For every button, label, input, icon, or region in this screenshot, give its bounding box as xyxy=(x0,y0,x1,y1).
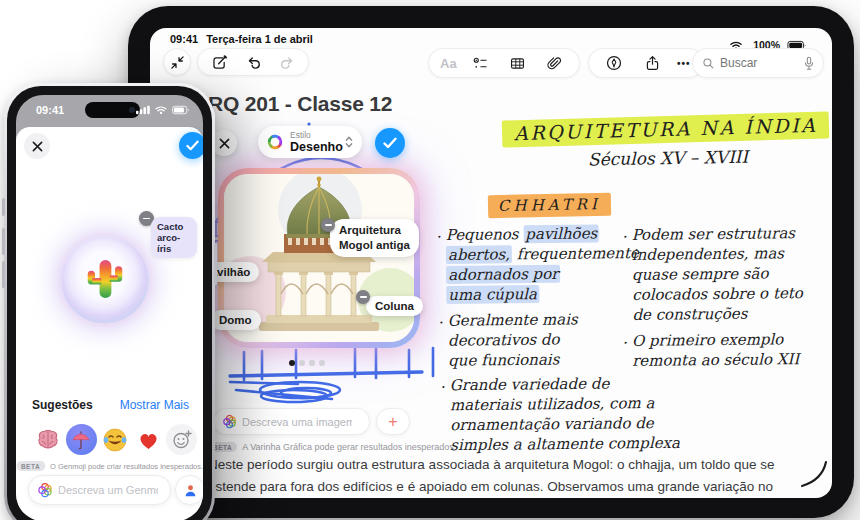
laughing-emoji[interactable] xyxy=(99,424,130,455)
handwritten-bullet-5: · O primeiro exemplo remonta ao século X… xyxy=(632,329,800,371)
person-genmoji-button[interactable] xyxy=(175,475,203,505)
genmoji-rainbow-icon xyxy=(37,482,53,498)
volume-down-button xyxy=(2,261,5,288)
suggestions-header: Sugestões Mostrar Mais xyxy=(32,398,189,412)
show-more-link[interactable]: Mostrar Mais xyxy=(120,398,189,412)
typed-line-2: estende para fora dos edifícios e é apoi… xyxy=(208,479,773,494)
typed-line-1: Neste período surgiu outra estrutura ass… xyxy=(208,457,775,472)
chevron-up-down-icon xyxy=(344,135,354,149)
create-emoji-button[interactable] xyxy=(166,424,197,455)
dynamic-island xyxy=(85,102,140,118)
genmoji-input-row xyxy=(28,475,203,505)
marketing-canvas: 09:41Terça-feira 1 de abril 100% Aa xyxy=(0,0,860,520)
style-picker-value: Desenho xyxy=(290,141,344,154)
iphone-status-icons xyxy=(136,105,191,115)
volume-up-button xyxy=(2,228,5,255)
close-icon xyxy=(32,141,43,152)
genmoji-tag-line2: arco-íris xyxy=(157,232,180,254)
beta-disclaimer: O Genmoji pode criar resultados inespera… xyxy=(50,462,203,471)
tag-architecture[interactable]: Arquitetura Mogol antiga xyxy=(330,219,419,257)
add-emoji-icon xyxy=(171,429,193,451)
remove-tag-architecture-button[interactable] xyxy=(321,218,335,232)
wifi-icon xyxy=(154,105,168,115)
genmoji-description-tag[interactable]: Cacto arco-íris xyxy=(151,217,197,258)
iphone-beta-row: BETA O Genmoji pode criar resultados ine… xyxy=(16,461,203,471)
umbrella-genmoji[interactable] xyxy=(66,424,97,455)
handwritten-bullet-4: · Podem ser estruturas independentes, ma… xyxy=(631,223,803,325)
handwritten-bullet-2: · Geralmente mais decorativos do que fun… xyxy=(448,309,578,370)
accept-image-button[interactable] xyxy=(375,128,405,158)
signal-icon xyxy=(136,105,151,115)
iphone-screen: 09:41 xyxy=(16,95,203,520)
typed-paragraph: Neste período surgiu outra estrutura ass… xyxy=(208,454,783,497)
power-button xyxy=(214,243,217,285)
handwritten-bullet-1: · Pequenos pavilhões abertos, frequentem… xyxy=(446,223,640,305)
image-wand-input[interactable] xyxy=(242,416,352,428)
genmoji-tag-line1: Cacto xyxy=(157,221,183,232)
genmoji-input[interactable] xyxy=(58,484,158,496)
battery-icon xyxy=(171,105,191,115)
emoji-suggestions-row xyxy=(32,424,197,455)
pager-dot-active[interactable] xyxy=(289,360,295,366)
remove-tag-column-button[interactable] xyxy=(356,290,370,304)
image-variant-pager[interactable] xyxy=(289,360,325,366)
add-image-button[interactable]: + xyxy=(376,408,410,435)
handwritten-bullet-3: · Grande variedade de materiais utilizad… xyxy=(450,373,680,455)
iphone-bezel: 09:41 xyxy=(7,86,212,520)
page-curl-mark xyxy=(798,458,830,490)
person-icon xyxy=(183,483,198,498)
tag-architecture-line2: Mogol antiga xyxy=(339,239,410,251)
iphone-time: 09:41 xyxy=(36,104,64,116)
image-wand-row: + xyxy=(213,408,410,435)
ipad-device: 09:41Terça-feira 1 de abril 100% Aa xyxy=(128,6,854,518)
brain-emoji[interactable] xyxy=(32,424,63,455)
style-rainbow-icon xyxy=(266,133,284,151)
suggestions-title: Sugestões xyxy=(32,398,93,412)
beta-disclaimer: A Varinha Gráfica pode gerar resultados … xyxy=(242,442,456,452)
handwritten-section-title: CHHATRI xyxy=(488,195,611,216)
dismiss-genmoji-button[interactable] xyxy=(24,133,50,159)
genmoji-field[interactable] xyxy=(28,475,171,505)
checkmark-icon xyxy=(186,140,199,151)
image-wand-icon xyxy=(222,414,237,429)
checkmark-icon xyxy=(383,137,397,149)
action-button xyxy=(2,198,5,216)
beta-badge: BETA xyxy=(16,461,45,471)
style-picker-label: Estilo xyxy=(290,131,344,140)
ipad-beta-row: BETA A Varinha Gráfica pode gerar result… xyxy=(208,442,456,452)
handwritten-subheading: Séculos XV – XVIII xyxy=(588,147,749,170)
tag-architecture-line1: Arquitetura xyxy=(339,224,401,236)
tag-dome[interactable]: Domo xyxy=(210,310,261,330)
image-wand-field[interactable] xyxy=(213,408,370,435)
tag-column[interactable]: Coluna xyxy=(366,296,423,316)
camera-dot xyxy=(129,107,135,113)
pager-dot[interactable] xyxy=(309,360,315,366)
pager-dot[interactable] xyxy=(319,360,325,366)
pager-dot[interactable] xyxy=(299,360,305,366)
close-icon xyxy=(219,138,230,149)
rainbow-cactus-genmoji xyxy=(85,255,125,303)
style-picker[interactable]: Estilo Desenho xyxy=(258,126,362,158)
heart-emoji[interactable] xyxy=(133,424,164,455)
ipad-screen: 09:41Terça-feira 1 de abril 100% Aa xyxy=(150,28,832,498)
iphone-device: 09:41 xyxy=(4,83,215,520)
accept-genmoji-button[interactable] xyxy=(179,132,203,159)
genmoji-sheet: Cacto arco-íris Sugestões Mostrar Mais xyxy=(16,127,203,520)
